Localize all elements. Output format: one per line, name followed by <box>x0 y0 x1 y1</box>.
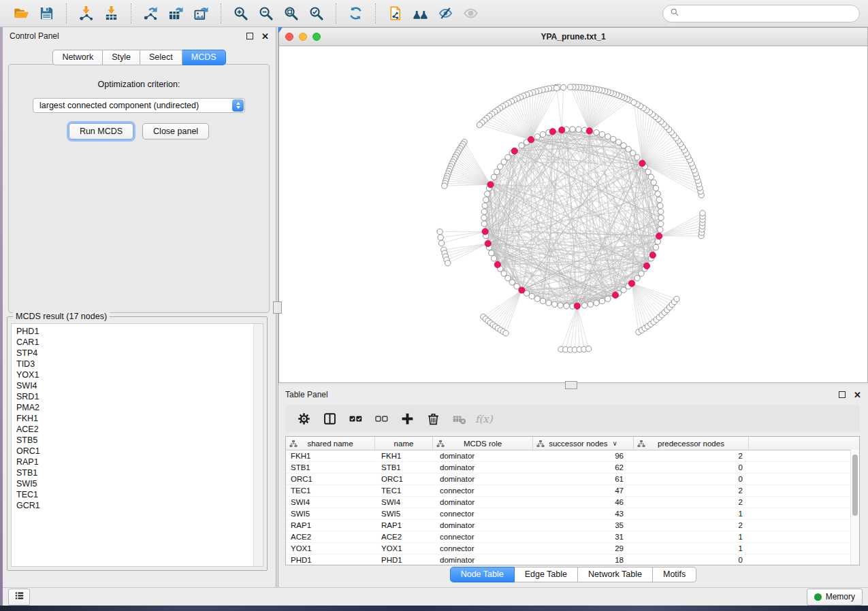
close-panel-button[interactable]: Close panel <box>142 123 209 139</box>
close-table-panel-icon[interactable]: ✕ <box>854 391 861 399</box>
table-scrollbar[interactable] <box>850 450 859 565</box>
column-header-predecessor-nodes[interactable]: predecessor nodes <box>634 437 749 450</box>
tab-network-table[interactable]: Network Table <box>578 567 653 582</box>
first-neighbors-button[interactable] <box>408 3 433 24</box>
table-cell: ACE2 <box>375 533 433 541</box>
result-list-item[interactable]: FKH1 <box>16 413 263 424</box>
table-cell: 0 <box>634 475 749 483</box>
tab-edge-table[interactable]: Edge Table <box>515 567 578 582</box>
open-session-button[interactable] <box>9 3 34 24</box>
table-cell: TEC1 <box>286 486 375 495</box>
memory-label: Memory <box>826 592 855 601</box>
column-header-shared-name[interactable]: shared name <box>286 437 375 450</box>
result-list-item[interactable]: ORC1 <box>16 446 263 457</box>
function-builder-button[interactable]: f(x) <box>472 408 498 429</box>
optimization-criterion-select[interactable]: largest connected component (undirected) <box>33 98 245 113</box>
result-list-item[interactable]: CAR1 <box>16 337 263 348</box>
export-image-button[interactable] <box>189 3 214 24</box>
export-network-icon <box>143 5 159 21</box>
toolbar-separator <box>375 3 376 24</box>
mcds-result-scrollbar[interactable] <box>253 324 263 566</box>
result-list-item[interactable]: ACE2 <box>16 424 263 435</box>
result-list-item[interactable]: PHD1 <box>16 326 263 337</box>
result-list-item[interactable]: SRD1 <box>16 391 263 402</box>
delete-table-icon <box>452 412 466 426</box>
table-row[interactable]: STB1STB1dominator620 <box>286 462 859 474</box>
vertical-splitter-handle[interactable] <box>273 301 282 314</box>
float-table-panel-icon[interactable] <box>839 391 846 398</box>
column-type-icon <box>289 440 298 448</box>
tab-mcds[interactable]: MCDS <box>182 50 226 65</box>
table-row[interactable]: RAP1RAP1dominator352 <box>286 520 859 531</box>
function-builder-icon: f(x) <box>474 412 496 426</box>
search-box[interactable] <box>662 5 860 22</box>
float-panel-icon[interactable] <box>246 33 253 39</box>
search-input[interactable] <box>684 8 852 19</box>
table-row[interactable]: TEC1TEC1connector472 <box>286 485 859 497</box>
result-list-item[interactable]: STP4 <box>16 348 263 359</box>
show-column-button[interactable] <box>317 408 342 429</box>
control-panel-tabs: NetworkStyleSelectMCDS <box>3 50 276 65</box>
column-label: shared name <box>307 440 353 448</box>
window-close-button[interactable] <box>285 33 293 41</box>
network-window-titlebar[interactable]: YPA_prune.txt_1 <box>279 28 867 46</box>
table-toolbar: f(x) <box>285 405 860 432</box>
result-list-item[interactable]: TID3 <box>16 359 263 369</box>
network-canvas[interactable] <box>279 46 867 382</box>
zoom-out-button[interactable] <box>253 3 278 24</box>
result-list-item[interactable]: STB1 <box>16 467 263 478</box>
memory-button[interactable]: Memory <box>807 589 863 606</box>
export-network-button[interactable] <box>138 3 163 24</box>
tab-network[interactable]: Network <box>52 50 103 65</box>
export-table-button[interactable] <box>163 3 189 24</box>
zoom-in-button[interactable] <box>228 3 253 24</box>
table-row[interactable]: SWI5SWI5connector431 <box>286 508 859 520</box>
close-panel-icon[interactable]: ✕ <box>261 32 269 41</box>
run-mcds-button[interactable]: Run MCDS <box>69 123 133 139</box>
tab-style[interactable]: Style <box>103 50 140 65</box>
select-all-rows-button[interactable] <box>342 408 368 429</box>
result-list-item[interactable]: SWI5 <box>16 478 263 489</box>
zoom-fit-button[interactable] <box>278 3 304 24</box>
delete-columns-button[interactable] <box>420 408 446 429</box>
import-network-from-file-button[interactable] <box>74 3 99 24</box>
window-minimize-button[interactable] <box>299 33 307 41</box>
deselect-all-rows-button[interactable] <box>368 408 394 429</box>
table-row[interactable]: ORC1ORC1dominator610 <box>286 474 859 485</box>
tab-select[interactable]: Select <box>140 50 182 65</box>
result-list-item[interactable]: GCR1 <box>16 500 263 511</box>
table-row[interactable]: PHD1PHD1dominator180 <box>286 555 859 565</box>
table-row[interactable]: ACE2ACE2connector311 <box>286 531 859 543</box>
delete-table-button[interactable] <box>446 408 472 429</box>
table-cell: connector <box>433 544 533 552</box>
horizontal-splitter-handle[interactable] <box>565 381 577 389</box>
apply-preferred-layout-button[interactable] <box>343 3 368 24</box>
tab-motifs[interactable]: Motifs <box>653 567 696 582</box>
table-scrollbar-thumb[interactable] <box>852 455 858 516</box>
zoom-selected-icon <box>308 5 324 21</box>
tab-node-table[interactable]: Node Table <box>450 567 515 582</box>
show-all-button[interactable] <box>458 3 483 24</box>
table-row[interactable]: YOX1YOX1connector291 <box>286 543 859 555</box>
svg-text:f(x): f(x) <box>475 412 494 425</box>
column-header-name[interactable]: name <box>375 437 433 450</box>
column-header-successor-nodes[interactable]: successor nodes∨ <box>533 437 634 450</box>
result-list-item[interactable]: SWI4 <box>16 380 263 391</box>
result-list-item[interactable]: STB5 <box>16 435 263 446</box>
zoom-selected-button[interactable] <box>304 3 329 24</box>
new-network-from-selection-button[interactable] <box>383 3 408 24</box>
import-table-from-file-button[interactable] <box>99 3 124 24</box>
result-list-item[interactable]: TEC1 <box>16 489 263 500</box>
save-session-button[interactable] <box>34 3 59 24</box>
table-row[interactable]: SWI4SWI4dominator462 <box>286 497 859 508</box>
table-row[interactable]: FKH1FKH1dominator962 <box>286 450 859 462</box>
hide-selected-button[interactable] <box>433 3 458 24</box>
result-list-item[interactable]: YOX1 <box>16 369 263 380</box>
column-header-MCDS-role[interactable]: MCDS role <box>433 437 533 450</box>
result-list-item[interactable]: RAP1 <box>16 457 263 467</box>
result-list-item[interactable]: PMA2 <box>16 402 263 413</box>
create-column-button[interactable] <box>394 408 420 429</box>
window-maximize-button[interactable] <box>312 33 321 41</box>
table-mode-button[interactable] <box>291 408 317 429</box>
ui-settings-button[interactable] <box>8 589 30 606</box>
